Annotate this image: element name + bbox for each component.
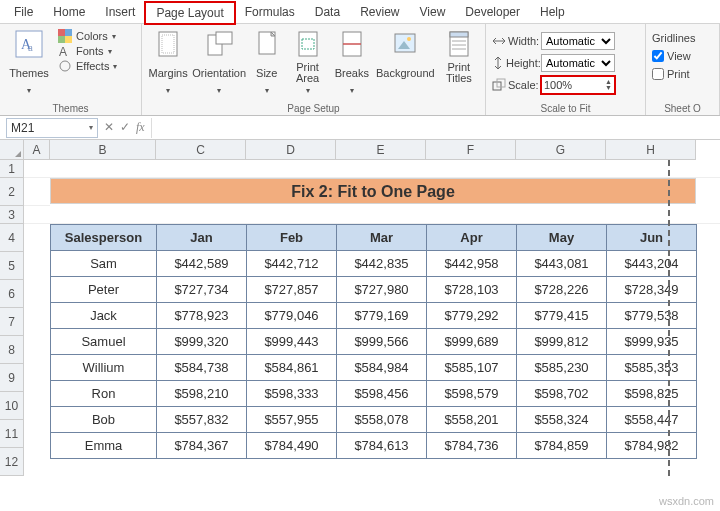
print-area-button[interactable]: Print Area▾: [287, 27, 327, 95]
cell-value[interactable]: $727,857: [247, 277, 337, 303]
tab-insert[interactable]: Insert: [95, 2, 145, 22]
cell-value[interactable]: $779,046: [247, 303, 337, 329]
colors-button[interactable]: Colors ▾: [58, 29, 117, 43]
fonts-button[interactable]: A Fonts ▾: [58, 44, 117, 58]
row-header[interactable]: 6: [0, 280, 24, 308]
cell-value[interactable]: $585,107: [427, 355, 517, 381]
cell-value[interactable]: $598,579: [427, 381, 517, 407]
cell-salesperson[interactable]: Peter: [51, 277, 157, 303]
tab-file[interactable]: File: [4, 2, 43, 22]
col-feb[interactable]: Feb: [247, 225, 337, 251]
cell-value[interactable]: $558,201: [427, 407, 517, 433]
cell-value[interactable]: $784,982: [607, 433, 697, 459]
select-all-corner[interactable]: [0, 140, 24, 160]
breaks-button[interactable]: Breaks▾: [332, 27, 372, 95]
margins-button[interactable]: Margins▾: [148, 27, 188, 95]
cell-value[interactable]: $779,169: [337, 303, 427, 329]
tab-review[interactable]: Review: [350, 2, 409, 22]
cell-value[interactable]: $442,835: [337, 251, 427, 277]
row-header[interactable]: 8: [0, 336, 24, 364]
cell-salesperson[interactable]: Jack: [51, 303, 157, 329]
row-header[interactable]: 4: [0, 224, 24, 252]
fx-icon[interactable]: fx: [136, 120, 145, 135]
tab-page-layout[interactable]: Page Layout: [145, 2, 234, 24]
cell-value[interactable]: $598,456: [337, 381, 427, 407]
cell-value[interactable]: $779,292: [427, 303, 517, 329]
cell-value[interactable]: $557,955: [247, 407, 337, 433]
gridlines-print-checkbox[interactable]: Print: [652, 65, 690, 83]
col-jan[interactable]: Jan: [157, 225, 247, 251]
row-header[interactable]: 12: [0, 448, 24, 476]
cell-value[interactable]: $584,861: [247, 355, 337, 381]
cell-value[interactable]: $443,204: [607, 251, 697, 277]
col-header[interactable]: H: [606, 140, 696, 160]
cell-value[interactable]: $779,415: [517, 303, 607, 329]
cell-value[interactable]: $598,333: [247, 381, 337, 407]
col-jun[interactable]: Jun: [607, 225, 697, 251]
cell-value[interactable]: $585,353: [607, 355, 697, 381]
tab-formulas[interactable]: Formulas: [235, 2, 305, 22]
cancel-icon[interactable]: ✕: [104, 120, 114, 135]
background-button[interactable]: Background: [376, 27, 435, 85]
effects-button[interactable]: Effects ▾: [58, 59, 117, 73]
cell-value[interactable]: $999,443: [247, 329, 337, 355]
tab-data[interactable]: Data: [305, 2, 350, 22]
cell-value[interactable]: $728,349: [607, 277, 697, 303]
row-header[interactable]: 7: [0, 308, 24, 336]
col-header[interactable]: E: [336, 140, 426, 160]
tab-developer[interactable]: Developer: [455, 2, 530, 22]
cell-value[interactable]: $728,103: [427, 277, 517, 303]
cell-salesperson[interactable]: Samuel: [51, 329, 157, 355]
row-header[interactable]: 3: [0, 206, 24, 224]
cell-value[interactable]: $598,825: [607, 381, 697, 407]
cell-value[interactable]: $584,738: [157, 355, 247, 381]
cell-value[interactable]: $442,712: [247, 251, 337, 277]
tab-view[interactable]: View: [410, 2, 456, 22]
formula-input[interactable]: [151, 118, 720, 138]
cell-value[interactable]: $598,702: [517, 381, 607, 407]
row-header[interactable]: 1: [0, 160, 24, 178]
tab-help[interactable]: Help: [530, 2, 575, 22]
cell-value[interactable]: $584,984: [337, 355, 427, 381]
cell-value[interactable]: $784,490: [247, 433, 337, 459]
col-may[interactable]: May: [517, 225, 607, 251]
gridlines-view-checkbox[interactable]: View: [652, 47, 691, 65]
col-header[interactable]: C: [156, 140, 246, 160]
name-box[interactable]: M21 ▾: [6, 118, 98, 138]
cell-value[interactable]: $784,613: [337, 433, 427, 459]
cell-value[interactable]: $784,367: [157, 433, 247, 459]
cell-value[interactable]: $442,589: [157, 251, 247, 277]
col-header[interactable]: G: [516, 140, 606, 160]
cell-value[interactable]: $727,734: [157, 277, 247, 303]
col-salesperson[interactable]: Salesperson: [51, 225, 157, 251]
row-header[interactable]: 11: [0, 420, 24, 448]
cell-value[interactable]: $999,320: [157, 329, 247, 355]
cell-salesperson[interactable]: Sam: [51, 251, 157, 277]
orientation-button[interactable]: Orientation▾: [192, 27, 246, 95]
cell-salesperson[interactable]: Ron: [51, 381, 157, 407]
col-mar[interactable]: Mar: [337, 225, 427, 251]
col-apr[interactable]: Apr: [427, 225, 517, 251]
col-header[interactable]: D: [246, 140, 336, 160]
col-header[interactable]: A: [24, 140, 50, 160]
tab-home[interactable]: Home: [43, 2, 95, 22]
cell-value[interactable]: $728,226: [517, 277, 607, 303]
cell-value[interactable]: $598,210: [157, 381, 247, 407]
col-header[interactable]: B: [50, 140, 156, 160]
col-header[interactable]: F: [426, 140, 516, 160]
cell-value[interactable]: $999,812: [517, 329, 607, 355]
print-titles-button[interactable]: Print Titles: [439, 27, 479, 85]
row-header[interactable]: 9: [0, 364, 24, 392]
cell-value[interactable]: $999,935: [607, 329, 697, 355]
cell-value[interactable]: $443,081: [517, 251, 607, 277]
width-select[interactable]: Automatic: [541, 32, 615, 50]
cell-value[interactable]: $999,689: [427, 329, 517, 355]
cell-value[interactable]: $999,566: [337, 329, 427, 355]
spinner-arrows-icon[interactable]: ▲▼: [605, 79, 612, 91]
themes-button[interactable]: Aa Themes ▾: [6, 27, 52, 95]
scale-spinner[interactable]: 100% ▲▼: [541, 76, 615, 94]
row-header[interactable]: 2: [0, 178, 24, 206]
cell-value[interactable]: $557,832: [157, 407, 247, 433]
cell-value[interactable]: $585,230: [517, 355, 607, 381]
cell-value[interactable]: $784,736: [427, 433, 517, 459]
